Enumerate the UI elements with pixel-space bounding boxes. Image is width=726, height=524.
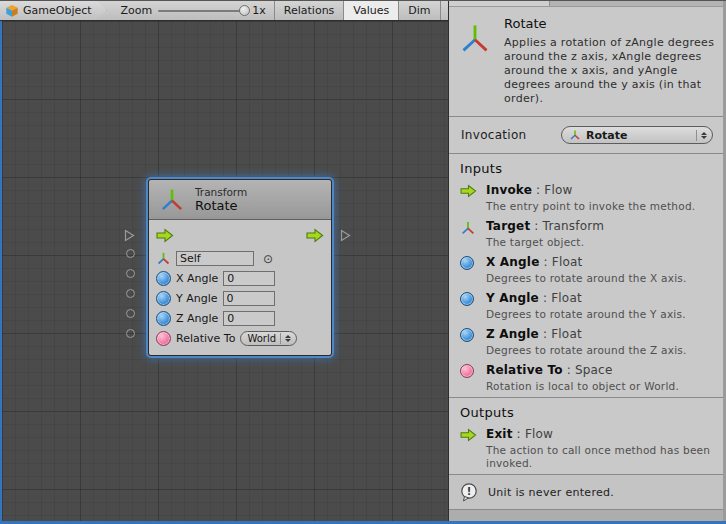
node-y-angle-row: Y Angle [156,289,324,308]
y-angle-input-marker[interactable] [126,289,135,298]
space-port-icon[interactable] [156,331,171,346]
dim-button[interactable]: Dim [398,1,439,20]
z-angle-input-marker[interactable] [126,309,135,318]
graph-canvas[interactable]: Transform Rotate [0,21,448,522]
input-entry-invoke: Invoke : Flow The entry point to invoke … [449,181,723,217]
flow-arrow-icon [460,184,477,198]
flow-output-port[interactable] [306,228,324,243]
flow-input-marker[interactable] [124,227,135,246]
separator: : [540,255,552,269]
x-angle-input-marker[interactable] [126,269,135,278]
flow-input-port[interactable] [156,228,174,243]
port-name: Invoke [486,183,532,197]
port-description: Rotation is local to object or World. [486,380,719,393]
gameobject-icon [5,4,19,18]
port-description: Degrees to rotate around the Y axis. [486,308,719,321]
inspector-footer: ! Unit is never entered. [449,474,723,524]
separator: : [539,291,551,305]
target-input-marker[interactable] [126,249,135,258]
flow-arrow-icon [460,428,477,442]
z-angle-label: Z Angle [176,312,218,325]
rotate-unit-node[interactable]: Transform Rotate [148,179,332,356]
port-type: Flow [544,183,572,197]
inspector-scrollbar-thumb[interactable] [449,1,550,6]
port-type: Transform [543,219,605,233]
x-angle-label: X Angle [176,272,218,285]
transform-axes-icon [459,22,491,106]
input-entry-target: Target : Transform The target object. [449,217,723,253]
space-port-icon [460,364,474,378]
dropdown-arrows-icon [696,130,707,141]
x-angle-field[interactable] [223,271,275,286]
svg-text:!: ! [467,486,472,497]
inspector-description-block: Rotate Applies a rotation of zAngle degr… [449,7,723,116]
port-name: Exit [486,427,513,441]
relative-to-dropdown[interactable]: World [240,331,297,346]
outputs-section-header: Outputs [449,398,723,425]
port-description: The target object. [486,236,719,249]
warning-row: ! Unit is never entered. [449,475,723,509]
graph-toolbar: GameObject Zoom 1x Relations Values Dim … [0,1,448,21]
node-title: Rotate [195,198,247,213]
port-name: Y Angle [486,291,539,305]
float-port-icon[interactable] [156,311,171,326]
separator: : [532,183,544,197]
transform-axes-icon [460,220,476,236]
separator: : [563,363,575,377]
port-type: Space [575,363,613,377]
float-port-icon [460,292,474,306]
node-relative-to-row: Relative To World [156,329,324,348]
zoom-control: Zoom 1x [107,1,274,20]
node-body: ⊙ X Angle Y Angle Z Angle [149,220,331,355]
unit-inspector-panel: Rotate Applies a rotation of zAngle degr… [448,1,726,522]
y-angle-label: Y Angle [176,292,218,305]
transform-axes-icon [159,186,185,214]
port-type: Float [551,291,582,305]
float-port-icon[interactable] [156,291,171,306]
port-type: Float [551,327,582,341]
invocation-row: Invocation Rotate [449,117,723,153]
port-description: Degrees to rotate around the Z axis. [486,344,719,357]
separator: : [530,219,542,233]
port-name: X Angle [486,255,540,269]
invocation-value: Rotate [586,129,627,142]
warning-text: Unit is never entered. [488,486,614,499]
z-angle-field[interactable] [223,311,275,326]
zoom-label: Zoom [121,4,153,17]
flow-output-marker[interactable] [340,227,351,246]
target-field[interactable] [176,251,254,266]
output-entry-exit: Exit : Flow The action to call once meth… [449,425,723,474]
relative-to-label: Relative To [176,332,235,345]
node-x-angle-row: X Angle [156,269,324,288]
inspector-scrollbar[interactable] [449,1,723,7]
input-entry-z-angle: Z Angle : Float Degrees to rotate around… [449,325,723,361]
values-button[interactable]: Values [343,1,398,20]
invocation-label: Invocation [461,128,527,142]
input-entry-relative-to: Relative To : Space Rotation is local to… [449,361,723,397]
bolt-graph-window: GameObject Zoom 1x Relations Values Dim … [0,0,726,524]
node-header[interactable]: Transform Rotate [149,180,331,220]
breadcrumb-label: GameObject [23,4,92,17]
input-entry-y-angle: Y Angle : Float Degrees to rotate around… [449,289,723,325]
port-type: Float [552,255,583,269]
node-flow-row [156,226,324,245]
node-category: Transform [195,186,247,198]
relative-to-value: World [247,333,276,344]
inspector-description: Applies a rotation of zAngle degrees aro… [504,36,715,106]
port-name: Relative To [486,363,563,377]
node-z-angle-row: Z Angle [156,309,324,328]
float-port-icon[interactable] [156,271,171,286]
float-port-icon [460,328,474,342]
zoom-slider[interactable] [158,10,246,12]
port-description: The action to call once method has been … [486,444,719,470]
dropdown-arrows-icon [280,333,291,344]
object-picker-icon[interactable]: ⊙ [263,252,273,266]
relations-button[interactable]: Relations [274,1,344,20]
zoom-slider-knob[interactable] [239,5,250,16]
relative-to-input-marker[interactable] [126,329,135,338]
y-angle-field[interactable] [223,291,275,306]
port-name: Target [486,219,530,233]
breadcrumb[interactable]: GameObject [0,1,107,20]
invocation-dropdown[interactable]: Rotate [561,126,713,144]
float-port-icon [460,256,474,270]
